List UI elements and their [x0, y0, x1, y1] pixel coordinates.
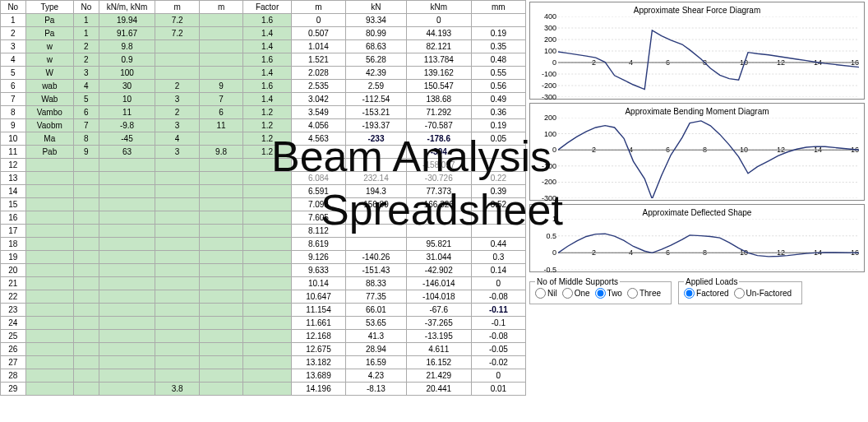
cell[interactable]: 4 [155, 132, 199, 146]
cell[interactable]: 41.3 [346, 330, 407, 343]
cell[interactable]: -158.057 [406, 159, 471, 172]
cell[interactable]: -0.08 [471, 290, 525, 304]
cell[interactable]: 1.6 [243, 53, 292, 67]
cell[interactable] [74, 383, 99, 396]
table-row[interactable]: 2813.6894.2321.4290 [1, 369, 526, 383]
cell[interactable]: 93.34 [346, 14, 407, 27]
cell[interactable] [199, 185, 242, 198]
cell[interactable]: 20 [1, 264, 26, 277]
cell[interactable]: W [25, 67, 74, 80]
cell[interactable] [199, 251, 242, 264]
cell[interactable]: -140.26 [346, 251, 407, 264]
cell[interactable]: 88.33 [346, 277, 407, 290]
cell[interactable]: 9.633 [291, 264, 345, 277]
table-row[interactable]: 199.126-140.2631.0440.3 [1, 251, 526, 264]
cell[interactable] [155, 343, 199, 356]
cell[interactable] [155, 159, 199, 172]
cell[interactable] [471, 14, 525, 27]
cell[interactable] [199, 132, 242, 146]
cell[interactable]: -112.54 [346, 93, 407, 106]
cell[interactable]: 2 [74, 53, 99, 67]
cell[interactable] [155, 369, 199, 383]
cell[interactable]: 71.292 [406, 106, 471, 119]
cell[interactable]: 9.126 [291, 251, 345, 264]
cell[interactable]: 19.94 [99, 14, 155, 27]
cell[interactable]: Vambo [25, 106, 74, 119]
cell[interactable] [74, 356, 99, 369]
cell[interactable] [74, 251, 99, 264]
cell[interactable] [291, 146, 345, 159]
cell[interactable]: 0.52 [471, 198, 525, 211]
cell[interactable]: 0.19 [471, 27, 525, 40]
cell[interactable] [99, 369, 155, 383]
cell[interactable]: 9 [1, 119, 26, 132]
cell[interactable] [199, 27, 242, 40]
radio-option[interactable]: Factored [684, 288, 728, 299]
cell[interactable]: 13.689 [291, 369, 345, 383]
cell[interactable] [99, 330, 155, 343]
radio-option[interactable]: Nil [535, 288, 557, 299]
cell[interactable] [346, 211, 407, 225]
data-table[interactable]: NoTypeNokN/m, kNmmmFactormkNkNmmm 1Pa119… [0, 0, 526, 396]
cell[interactable] [199, 198, 242, 211]
cell[interactable] [155, 198, 199, 211]
table-row[interactable]: 2110.1488.33-146.0140 [1, 277, 526, 290]
cell[interactable]: 0.19 [471, 119, 525, 132]
cell[interactable] [155, 290, 199, 304]
cell[interactable] [199, 53, 242, 67]
table-row[interactable]: 209.633-151.43-42.9020.14 [1, 264, 526, 277]
cell[interactable]: 1.6 [243, 14, 292, 27]
cell[interactable]: -0.02 [471, 356, 525, 369]
cell[interactable]: w [25, 40, 74, 53]
cell[interactable]: 139.162 [406, 67, 471, 80]
cell[interactable]: 10 [1, 132, 26, 146]
cell[interactable]: 1.4 [243, 40, 292, 53]
cell[interactable]: 1 [1, 14, 26, 27]
cell[interactable] [74, 304, 99, 317]
cell[interactable]: 8.112 [291, 225, 345, 238]
cell[interactable]: 11 [1, 146, 26, 159]
cell[interactable]: 4.611 [406, 343, 471, 356]
cell[interactable] [99, 238, 155, 251]
cell[interactable] [243, 383, 292, 396]
cell[interactable]: 8 [74, 132, 99, 146]
cell[interactable]: 7.605 [291, 211, 345, 225]
cell[interactable] [155, 317, 199, 330]
radio-input[interactable] [684, 288, 695, 299]
cell[interactable]: 77.35 [346, 290, 407, 304]
table-row[interactable]: 5W31001.42.02842.39139.1620.55 [1, 67, 526, 80]
cell[interactable] [74, 185, 99, 198]
cell[interactable] [25, 383, 74, 396]
cell[interactable] [25, 290, 74, 304]
cell[interactable] [99, 172, 155, 185]
cell[interactable] [199, 383, 242, 396]
cell[interactable]: 2.59 [346, 80, 407, 93]
cell[interactable] [471, 211, 525, 225]
cell[interactable]: 14 [1, 185, 26, 198]
cell[interactable] [199, 290, 242, 304]
cell[interactable] [346, 159, 407, 172]
cell[interactable] [199, 225, 242, 238]
cell[interactable] [155, 356, 199, 369]
cell[interactable]: 7 [1, 93, 26, 106]
table-row[interactable]: 3w29.81.41.01468.6382.1210.35 [1, 40, 526, 53]
cell[interactable]: 4 [74, 80, 99, 93]
cell[interactable]: 0.507 [291, 27, 345, 40]
cell[interactable] [155, 40, 199, 53]
cell[interactable] [243, 317, 292, 330]
cell[interactable] [243, 356, 292, 369]
cell[interactable]: 9.8 [199, 146, 242, 159]
cell[interactable] [25, 198, 74, 211]
cell[interactable] [199, 317, 242, 330]
cell[interactable]: 77.373 [406, 185, 471, 198]
cell[interactable] [25, 277, 74, 290]
cell[interactable]: 6.591 [291, 185, 345, 198]
cell[interactable] [74, 238, 99, 251]
radio-input[interactable] [562, 288, 573, 299]
cell[interactable]: 21 [1, 277, 26, 290]
cell[interactable]: -45 [99, 132, 155, 146]
cell[interactable]: 1 [74, 14, 99, 27]
cell[interactable] [471, 159, 525, 172]
cell[interactable] [74, 172, 99, 185]
cell[interactable]: -9.8 [99, 119, 155, 132]
